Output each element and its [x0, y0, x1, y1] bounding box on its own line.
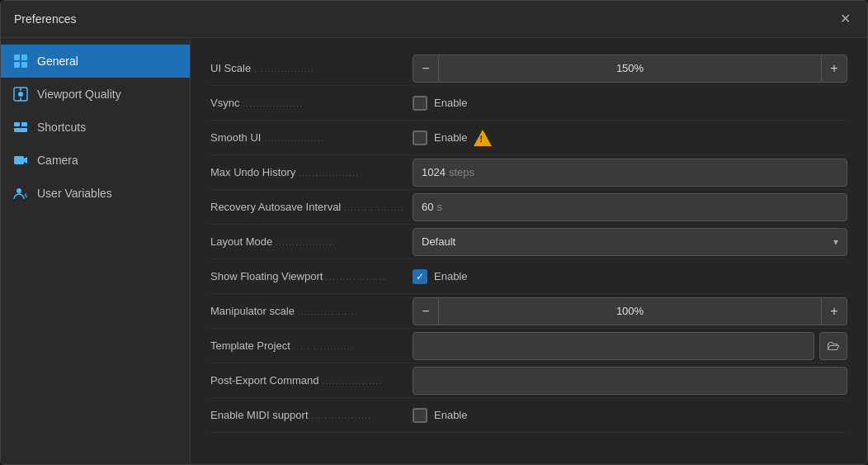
template-project-control: 🗁 [413, 332, 847, 360]
autosave-input[interactable]: 60 s [413, 193, 847, 221]
manipulator-scale-value: 100% [439, 297, 821, 325]
floating-viewport-enable-label: Enable [434, 270, 467, 282]
layout-mode-value: Default [422, 235, 455, 248]
sidebar-label-general: General [37, 55, 78, 68]
sidebar-item-camera[interactable]: Camera [1, 144, 190, 177]
max-undo-input[interactable]: 1024 steps [413, 159, 847, 187]
max-undo-control: 1024 steps [413, 159, 847, 187]
sidebar: General Viewport Quality [1, 38, 191, 464]
max-undo-value: 1024 [422, 166, 446, 178]
manipulator-scale-plus-button[interactable]: + [821, 297, 847, 325]
autosave-value: 60 [422, 201, 433, 213]
max-undo-label: Max Undo History [210, 166, 413, 178]
main-panel: UI Scale − 150% + Vsync [191, 38, 867, 464]
titlebar: Preferences ✕ [1, 1, 867, 38]
svg-rect-11 [14, 156, 24, 164]
manipulator-scale-control: − 100% + [413, 297, 847, 325]
layout-mode-control: Default ▾ [413, 228, 847, 256]
midi-control: Enable [413, 408, 847, 423]
floating-viewport-control: Enable [413, 269, 847, 284]
template-input-wrap: 🗁 [413, 332, 847, 360]
max-undo-unit: steps [449, 166, 474, 178]
template-project-label: Template Project [210, 339, 413, 352]
max-undo-row: Max Undo History 1024 steps [210, 155, 847, 190]
viewport-icon [12, 86, 29, 102]
layout-mode-dropdown[interactable]: Default ▾ [413, 228, 847, 256]
svg-text:$: $ [24, 192, 27, 199]
sidebar-item-viewport-quality[interactable]: Viewport Quality [1, 78, 190, 111]
vsync-label: Vsync [210, 97, 413, 109]
svg-rect-9 [21, 122, 27, 126]
svg-rect-3 [21, 62, 27, 68]
svg-rect-1 [21, 55, 27, 60]
autosave-control: 60 s [413, 193, 847, 221]
ui-scale-control: − 150% + [413, 55, 847, 83]
close-button[interactable]: ✕ [837, 11, 854, 27]
autosave-label: Recovery Autosave Interval [210, 201, 413, 213]
folder-icon: 🗁 [827, 339, 840, 353]
midi-checkbox[interactable] [413, 408, 427, 423]
smooth-ui-control: Enable [413, 130, 847, 146]
ui-scale-label: UI Scale [210, 62, 413, 74]
shortcuts-icon [12, 119, 29, 135]
midi-label: Enable MIDI support [210, 409, 413, 421]
floating-viewport-checkbox-wrap: Enable [413, 269, 467, 284]
smooth-ui-warning-icon [474, 130, 492, 146]
preferences-window: Preferences ✕ General [0, 0, 868, 465]
ui-scale-value: 150% [439, 55, 821, 83]
autosave-row: Recovery Autosave Interval 60 s [210, 190, 847, 225]
floating-viewport-row: Show Floating Viewport Enable [210, 259, 847, 294]
template-project-row: Template Project 🗁 [210, 329, 847, 363]
ui-scale-minus-button[interactable]: − [413, 55, 439, 83]
midi-row: Enable MIDI support Enable [210, 398, 847, 433]
svg-point-5 [18, 92, 23, 97]
vsync-control: Enable [413, 96, 847, 111]
manipulator-scale-spinner: − 100% + [413, 297, 847, 325]
svg-rect-0 [14, 55, 20, 60]
svg-point-13 [17, 188, 21, 193]
post-export-label: Post-Export Command [210, 374, 413, 387]
chevron-down-icon: ▾ [833, 236, 838, 248]
midi-checkbox-wrap: Enable [413, 408, 467, 423]
sidebar-item-shortcuts[interactable]: Shortcuts [1, 111, 190, 144]
smooth-ui-label: Smooth UI [210, 131, 413, 144]
svg-rect-2 [14, 62, 20, 68]
sidebar-label-viewport: Viewport Quality [37, 88, 121, 101]
folder-browse-button[interactable]: 🗁 [819, 332, 847, 360]
template-project-input[interactable] [413, 332, 814, 360]
layout-mode-label: Layout Mode [210, 235, 413, 248]
floating-viewport-checkbox[interactable] [413, 269, 427, 284]
sidebar-item-user-variables[interactable]: $ User Variables [1, 177, 190, 210]
smooth-ui-enable-label: Enable [434, 131, 467, 144]
general-icon [12, 53, 29, 69]
post-export-row: Post-Export Command [210, 363, 847, 398]
layout-mode-row: Layout Mode Default ▾ [210, 225, 847, 259]
ui-scale-plus-button[interactable]: + [821, 55, 847, 83]
post-export-control [413, 367, 847, 395]
svg-rect-8 [14, 122, 20, 126]
vsync-row: Vsync Enable [210, 86, 847, 121]
manipulator-scale-label: Manipulator scale [210, 305, 413, 317]
autosave-unit: s [436, 201, 442, 213]
camera-icon [12, 152, 29, 168]
midi-enable-label: Enable [434, 409, 467, 421]
window-title: Preferences [14, 12, 76, 26]
floating-viewport-label: Show Floating Viewport [210, 270, 413, 282]
ui-scale-row: UI Scale − 150% + [210, 51, 847, 86]
svg-marker-12 [24, 157, 27, 164]
manipulator-scale-minus-button[interactable]: − [413, 297, 439, 325]
vsync-checkbox[interactable] [413, 96, 427, 111]
vsync-checkbox-wrap: Enable [413, 96, 467, 111]
smooth-ui-row: Smooth UI Enable [210, 121, 847, 155]
main-content: General Viewport Quality [1, 38, 867, 464]
post-export-input[interactable] [413, 367, 847, 395]
sidebar-label-camera: Camera [37, 154, 78, 167]
sidebar-label-shortcuts: Shortcuts [37, 121, 86, 134]
sidebar-label-user-variables: User Variables [37, 187, 112, 200]
sidebar-item-general[interactable]: General [1, 45, 190, 78]
smooth-ui-checkbox-wrap: Enable [413, 130, 467, 145]
manipulator-scale-row: Manipulator scale − 100% + [210, 294, 847, 329]
vsync-enable-label: Enable [434, 97, 467, 109]
smooth-ui-checkbox[interactable] [413, 130, 427, 145]
svg-rect-10 [14, 128, 27, 132]
